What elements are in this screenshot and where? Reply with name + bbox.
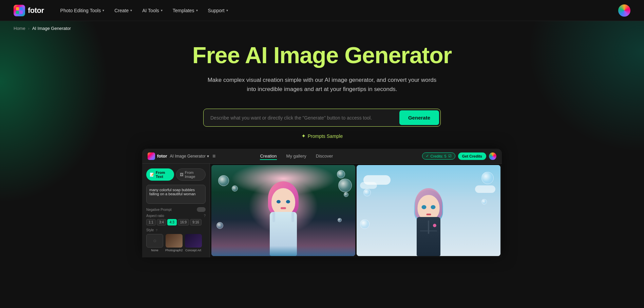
style-concept-art[interactable]: Concept Art xyxy=(185,234,202,252)
negative-prompt-toggle[interactable] xyxy=(197,207,206,212)
logo-icon xyxy=(14,5,25,16)
breadcrumb: Home › AI Image Generator xyxy=(0,21,644,36)
from-image-tab[interactable]: 🖼 From Image xyxy=(176,168,206,181)
ar-btn-1-1[interactable]: 1:1 xyxy=(146,219,156,225)
style-thumb-photo xyxy=(166,234,183,248)
search-box: Generate xyxy=(203,109,441,127)
style-none[interactable]: ○ None xyxy=(146,234,163,252)
verified-icon: ☑ xyxy=(448,154,452,158)
bubble xyxy=(216,222,223,229)
get-credits-button[interactable]: Get Credits xyxy=(458,152,486,160)
generated-image-left xyxy=(211,165,355,256)
figure-right xyxy=(408,188,449,256)
eye-left xyxy=(422,205,427,209)
style-name-none: None xyxy=(151,249,158,252)
sparkle-icon: ✦ xyxy=(301,133,306,139)
app-tab-my-gallery[interactable]: My gallery xyxy=(286,152,306,160)
style-options: ○ None Photograph2 Concept Art xyxy=(146,234,206,252)
bubble xyxy=(344,192,348,197)
style-name-photograph2: Photograph2 xyxy=(165,249,183,252)
anime-girl-right xyxy=(357,165,500,256)
style-label: Style ? xyxy=(146,228,206,232)
chevron-down-icon: ▾ xyxy=(161,8,163,12)
anime-girl-left xyxy=(211,165,355,256)
hero-subtitle: Make complex visual creation simple with… xyxy=(203,75,441,94)
app-logo-text: fotor xyxy=(157,153,167,159)
image-icon: 🖼 xyxy=(180,173,184,177)
generate-button[interactable]: Generate xyxy=(399,110,439,125)
breadcrumb-home[interactable]: Home xyxy=(14,26,25,31)
nav-item-create[interactable]: Create ▾ xyxy=(110,6,136,15)
text-icon: 📝 xyxy=(150,173,154,177)
app-header-bar: fotor AI Image Generator ▾ ≡ Creation My… xyxy=(142,149,502,164)
chevron-down-icon: ▾ xyxy=(207,154,209,159)
eye-right xyxy=(286,200,290,203)
prompt-textarea[interactable] xyxy=(146,185,206,204)
app-left-panel: 📝 From Text 🖼 From Image Negative Prompt… xyxy=(142,164,210,257)
face-right xyxy=(418,195,440,220)
aspect-ratio-label: Aspect ratio xyxy=(146,214,164,218)
prompts-sample[interactable]: ✦ Prompts Sample xyxy=(0,133,644,139)
ar-btn-16-9[interactable]: 16:9 xyxy=(178,219,189,225)
app-tab-creation[interactable]: Creation xyxy=(260,152,277,160)
panel-mode-tabs: 📝 From Text 🖼 From Image xyxy=(146,168,206,181)
strap-left xyxy=(272,212,275,222)
hamburger-icon[interactable]: ≡ xyxy=(212,153,215,159)
chevron-down-icon: ▾ xyxy=(196,8,198,12)
app-logo[interactable]: fotor xyxy=(148,152,167,160)
uniform-detail xyxy=(428,220,429,234)
style-name-concept-art: Concept Art xyxy=(185,249,201,252)
prompts-sample-label: Prompts Sample xyxy=(308,133,343,139)
svg-rect-1 xyxy=(20,7,23,10)
figure-left xyxy=(260,181,307,256)
bubble xyxy=(338,218,342,222)
style-photograph2[interactable]: Photograph2 xyxy=(165,234,183,252)
bubble xyxy=(360,219,370,229)
nav-item-photo-editing-tools[interactable]: Photo Editing Tools ▾ xyxy=(56,6,109,15)
ar-btn-4-3[interactable]: 4:3 xyxy=(167,219,177,225)
svg-rect-0 xyxy=(16,7,19,10)
app-header-right: ✓ Credits: 5 ☑ Get Credits xyxy=(422,152,496,160)
breadcrumb-separator: › xyxy=(28,26,30,31)
svg-rect-2 xyxy=(16,11,19,14)
generated-image-right xyxy=(357,165,500,256)
app-nav-tabs: Creation My gallery Discover xyxy=(260,152,333,160)
ar-btn-3-4[interactable]: 3:4 xyxy=(157,219,166,225)
bubble xyxy=(338,179,352,192)
help-icon: ? xyxy=(204,214,206,218)
negative-prompt-row: Negative Prompt xyxy=(146,207,206,212)
style-thumb-none: ○ xyxy=(146,234,163,248)
checkmark-icon: ✓ xyxy=(426,154,429,158)
hero-section: Free AI Image Generator Make complex vis… xyxy=(0,36,644,109)
app-logo-icon xyxy=(148,152,155,160)
face-left xyxy=(271,188,295,215)
flower-pin xyxy=(433,224,436,227)
nav-item-support[interactable]: Support ▾ xyxy=(204,6,232,15)
lips xyxy=(281,207,286,209)
search-input[interactable] xyxy=(210,111,399,125)
body-left xyxy=(270,212,297,256)
bubble xyxy=(337,170,345,178)
avatar[interactable] xyxy=(618,4,630,17)
app-tab-discover[interactable]: Discover xyxy=(316,152,333,160)
app-tool-label[interactable]: AI Image Generator ▾ xyxy=(170,154,209,159)
aspect-ratio-row: Aspect ratio ? xyxy=(146,214,206,218)
app-avatar[interactable] xyxy=(489,152,496,160)
app-body: 📝 From Text 🖼 From Image Negative Prompt… xyxy=(142,164,502,257)
hero-title: Free AI Image Generator xyxy=(14,42,630,68)
from-text-tab[interactable]: 📝 From Text xyxy=(146,168,174,181)
logo[interactable]: fotor xyxy=(14,5,44,16)
bubble xyxy=(363,189,371,196)
chevron-down-icon: ▾ xyxy=(130,8,132,12)
uniform-belt xyxy=(420,231,437,231)
eye-right xyxy=(431,205,436,209)
body-right xyxy=(417,217,440,256)
logo-text: fotor xyxy=(28,6,44,15)
ar-btn-9-16[interactable]: 9:16 xyxy=(190,219,201,225)
nav-item-templates[interactable]: Templates ▾ xyxy=(169,6,202,15)
main-nav: Photo Editing Tools ▾ Create ▾ AI Tools … xyxy=(56,6,618,15)
cloud xyxy=(475,185,495,193)
bubble xyxy=(481,199,487,204)
bubble xyxy=(232,185,238,192)
nav-item-ai-tools[interactable]: AI Tools ▾ xyxy=(138,6,167,15)
